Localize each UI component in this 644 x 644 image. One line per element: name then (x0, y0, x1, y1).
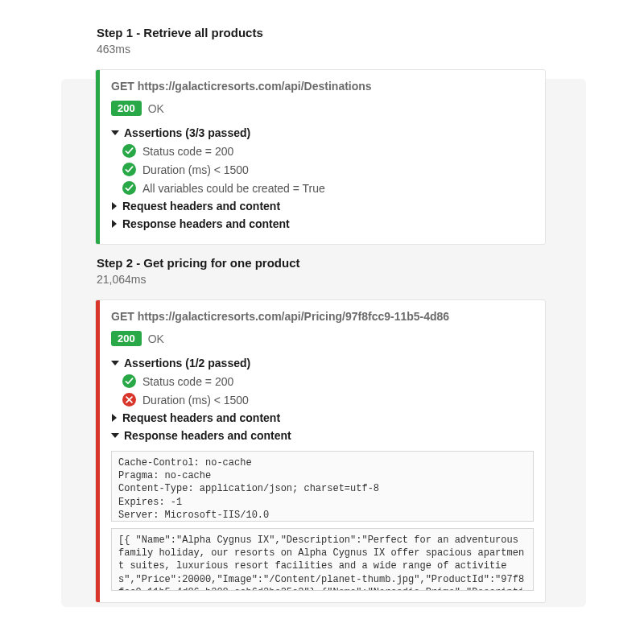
chevron-down-icon (111, 361, 119, 365)
assertion-row: Status code = 200 (122, 142, 534, 160)
x-icon (122, 393, 136, 407)
response-headers-label: Response headers and content (124, 429, 291, 442)
step1-status-row: 200 OK (111, 101, 534, 116)
chevron-right-icon (112, 202, 117, 210)
check-icon (122, 181, 136, 195)
assertion-text: Duration (ms) < 1500 (142, 163, 249, 176)
chevron-down-icon (111, 130, 119, 135)
response-body-box[interactable]: [{ "Name":"Alpha Cygnus IX","Description… (111, 528, 534, 591)
step1-title: Step 1 - Retrieve all products (97, 26, 551, 39)
assertion-row: Status code = 200 (122, 372, 534, 390)
check-icon (122, 144, 136, 158)
assertions-header: Assertions (3/3 passed) (124, 126, 250, 139)
response-headers-label: Response headers and content (122, 217, 290, 230)
check-icon (122, 374, 136, 388)
assertion-text: Status code = 200 (142, 375, 233, 388)
status-text: OK (148, 102, 164, 115)
step2-request-line: GET https://galacticresorts.com/api/Pric… (111, 310, 534, 323)
step1-request-headers-toggle[interactable]: Request headers and content (111, 197, 534, 215)
step1-request-line: GET https://galacticresorts.com/api/Dest… (111, 80, 534, 93)
assertion-row: All variables could be created = True (122, 179, 534, 197)
step2-duration: 21,064ms (97, 273, 551, 286)
request-headers-label: Request headers and content (122, 200, 280, 213)
assertion-text: All variables could be created = True (142, 182, 325, 195)
step1-response-headers-toggle[interactable]: Response headers and content (111, 215, 534, 233)
response-headers-box[interactable]: Cache-Control: no-cache Pragma: no-cache… (111, 451, 534, 522)
step1-assertions-toggle[interactable]: Assertions (3/3 passed) (111, 124, 534, 142)
step2-response-headers-toggle[interactable]: Response headers and content (111, 427, 534, 444)
request-headers-label: Request headers and content (122, 411, 280, 424)
status-text: OK (148, 332, 164, 345)
status-badge: 200 (111, 331, 142, 346)
assertion-row: Duration (ms) < 1500 (122, 390, 534, 409)
chevron-right-icon (112, 414, 117, 422)
chevron-down-icon (111, 433, 119, 438)
step2-card: GET https://galacticresorts.com/api/Pric… (96, 300, 545, 602)
step2-assertions-toggle[interactable]: Assertions (1/2 passed) (111, 354, 534, 372)
step2-status-row: 200 OK (111, 331, 534, 346)
step1-card: GET https://galacticresorts.com/api/Dest… (96, 70, 545, 244)
step2-request-headers-toggle[interactable]: Request headers and content (111, 409, 534, 427)
assertions-header: Assertions (1/2 passed) (124, 357, 250, 369)
assertion-row: Duration (ms) < 1500 (122, 160, 534, 179)
step1-duration: 463ms (97, 43, 551, 56)
assertion-text: Duration (ms) < 1500 (142, 394, 249, 407)
chevron-right-icon (112, 220, 117, 228)
assertion-text: Status code = 200 (142, 145, 233, 158)
status-badge: 200 (111, 101, 142, 116)
step2-title: Step 2 - Get pricing for one product (97, 256, 551, 270)
check-icon (122, 163, 136, 176)
